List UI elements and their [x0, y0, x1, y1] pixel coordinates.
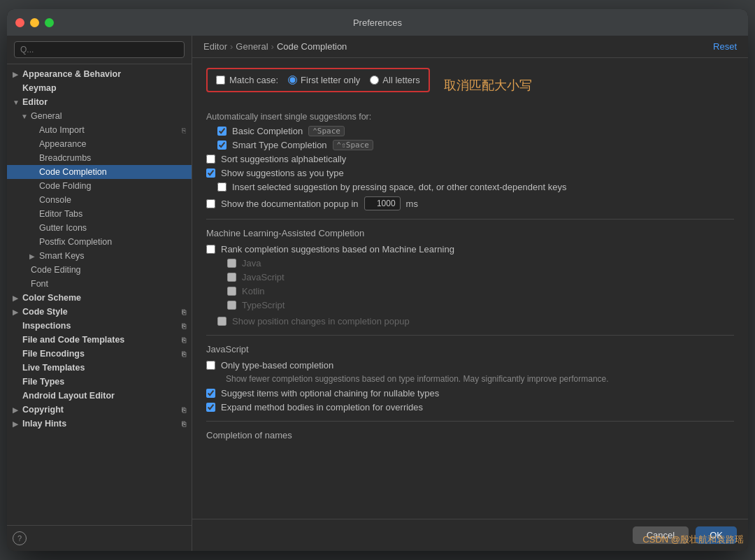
copy-icon: ⎘ [182, 420, 186, 428]
sidebar-item-breadcrumbs[interactable]: Breadcrumbs [7, 151, 192, 165]
smart-keybind: ⌃⇧Space [333, 140, 373, 150]
divider-2 [206, 335, 734, 336]
ml-position-row: Show position changes in completion popu… [217, 316, 734, 326]
sidebar-item-general[interactable]: ▼ General [7, 109, 192, 123]
sidebar-item-label: Inlay Hints [22, 419, 66, 429]
radio-group: First letter only All letters [288, 75, 420, 85]
minimize-button[interactable] [30, 18, 39, 27]
expand-arrow: ▶ [13, 294, 20, 302]
auto-insert-label: Automatically insert single suggestions … [206, 112, 734, 122]
ok-button[interactable]: OK [696, 526, 737, 544]
sidebar-item-file-types[interactable]: File Types [7, 375, 192, 389]
sidebar-item-label: Gutter Icons [39, 223, 87, 233]
basic-completion-row: Basic Completion ⌃Space [217, 126, 734, 136]
sidebar-tree: ▶ Appearance & Behavior Keymap ▼ Editor … [7, 64, 192, 525]
doc-popup-text: Show the documentation popup in [221, 199, 359, 209]
expand-arrow: ▶ [13, 308, 20, 316]
first-letter-radio[interactable] [288, 76, 297, 85]
all-letters-text: All letters [382, 75, 419, 85]
sidebar-item-live-templates[interactable]: Live Templates [7, 361, 192, 375]
sidebar-item-code-style[interactable]: ▶ Code Style ⎘ [7, 305, 192, 319]
js-expand-bodies-checkbox[interactable] [206, 403, 215, 412]
ml-js-checkbox[interactable] [227, 273, 236, 282]
sidebar-item-code-folding[interactable]: Code Folding [7, 179, 192, 193]
sidebar-item-label: Code Completion [39, 167, 107, 177]
match-case-box: Match case: First letter only All letter… [206, 68, 430, 92]
ml-java-text: Java [242, 258, 261, 268]
sidebar-item-appearance[interactable]: Appearance [7, 137, 192, 151]
show-as-type-checkbox[interactable] [206, 168, 215, 178]
js-optional-chaining-checkbox[interactable] [206, 389, 215, 398]
sidebar-item-editor[interactable]: ▼ Editor [7, 95, 192, 109]
divider-3 [206, 421, 734, 422]
sidebar-item-file-encodings[interactable]: File Encodings ⎘ [7, 347, 192, 361]
match-case-section: Match case: First letter only All letter… [206, 68, 734, 102]
sidebar-item-auto-import[interactable]: Auto Import ⎘ [7, 123, 192, 137]
match-case-checkbox[interactable] [216, 76, 225, 85]
copy-icon: ⎘ [182, 308, 186, 316]
js-type-based-checkbox[interactable] [206, 361, 215, 370]
ml-ts-text: TypeScript [242, 300, 285, 310]
ml-position-checkbox[interactable] [217, 317, 226, 326]
sidebar-item-console[interactable]: Console [7, 193, 192, 207]
cancel-button[interactable]: Cancel [633, 526, 689, 544]
all-letters-radio[interactable] [370, 76, 379, 85]
breadcrumb-part-code-completion: Code Completion [277, 41, 347, 52]
sidebar-item-color-scheme[interactable]: ▶ Color Scheme [7, 291, 192, 305]
search-input[interactable] [14, 41, 185, 58]
first-letter-radio-label[interactable]: First letter only [288, 75, 360, 85]
sidebar-item-file-code-templates[interactable]: File and Code Templates ⎘ [7, 333, 192, 347]
sidebar-item-keymap[interactable]: Keymap [7, 81, 192, 95]
breadcrumb-part-editor: Editor [203, 41, 227, 52]
sidebar-item-copyright[interactable]: ▶ Copyright ⎘ [7, 403, 192, 417]
sidebar-item-editor-tabs[interactable]: Editor Tabs [7, 207, 192, 221]
completion-names-title: Completion of names [206, 430, 734, 440]
ml-js-row: JavaScript [227, 272, 734, 282]
maximize-button[interactable] [45, 18, 54, 27]
sidebar-item-inlay-hints[interactable]: ▶ Inlay Hints ⎘ [7, 417, 192, 431]
sidebar-item-appearance-behavior[interactable]: ▶ Appearance & Behavior [7, 67, 192, 81]
close-button[interactable] [15, 18, 24, 27]
copy-icon: ⎘ [182, 127, 186, 134]
search-box [7, 36, 192, 64]
sidebar-item-android-layout-editor[interactable]: Android Layout Editor [7, 389, 192, 403]
sidebar-item-label: Code Editing [31, 265, 81, 275]
expand-arrow: ▶ [13, 406, 20, 414]
sort-alpha-checkbox[interactable] [206, 155, 215, 164]
sidebar-item-label: Breadcrumbs [39, 153, 91, 163]
all-letters-radio-label[interactable]: All letters [370, 75, 419, 85]
js-expand-bodies-row: Expand method bodies in completion for o… [206, 402, 734, 412]
ml-ts-checkbox[interactable] [227, 301, 236, 310]
panel-header: Editor › General › Code Completion Reset [192, 36, 748, 58]
match-case-label[interactable]: Match case: [216, 75, 278, 85]
sidebar-item-code-editing[interactable]: Code Editing [7, 263, 192, 277]
sidebar-item-code-completion[interactable]: Code Completion [7, 165, 192, 179]
ml-rank-checkbox[interactable] [206, 245, 215, 254]
first-letter-text: First letter only [301, 75, 360, 85]
insert-selected-text: Insert selected suggestion by pressing s… [232, 182, 566, 192]
doc-popup-checkbox[interactable] [206, 199, 215, 208]
sidebar-item-smart-keys[interactable]: ▶ Smart Keys [7, 249, 192, 263]
ml-rank-row: Rank completion suggestions based on Mac… [206, 244, 734, 254]
doc-popup-input[interactable] [364, 196, 401, 210]
sidebar-item-label: Auto Import [39, 125, 85, 135]
sidebar-item-postfix-completion[interactable]: Postfix Completion [7, 235, 192, 249]
reset-button[interactable]: Reset [713, 41, 737, 52]
divider-1 [206, 219, 734, 220]
ml-java-checkbox[interactable] [227, 259, 236, 268]
copy-icon: ⎘ [182, 406, 186, 414]
insert-selected-checkbox[interactable] [217, 182, 226, 192]
smart-completion-checkbox[interactable] [217, 141, 226, 150]
js-type-based-row: Only type-based completion [206, 360, 734, 371]
sidebar-item-gutter-icons[interactable]: Gutter Icons [7, 221, 192, 235]
sidebar: ▶ Appearance & Behavior Keymap ▼ Editor … [7, 36, 192, 551]
help-button[interactable]: ? [13, 531, 27, 545]
basic-completion-text: Basic Completion [232, 126, 303, 136]
sidebar-item-font[interactable]: Font [7, 277, 192, 291]
basic-completion-checkbox[interactable] [217, 127, 226, 136]
expand-arrow: ▼ [13, 99, 20, 106]
sidebar-item-label: Android Layout Editor [22, 391, 115, 401]
ml-kotlin-checkbox[interactable] [227, 287, 236, 296]
sidebar-item-inspections[interactable]: Inspections ⎘ [7, 319, 192, 333]
main-panel: Editor › General › Code Completion Reset… [192, 36, 748, 551]
